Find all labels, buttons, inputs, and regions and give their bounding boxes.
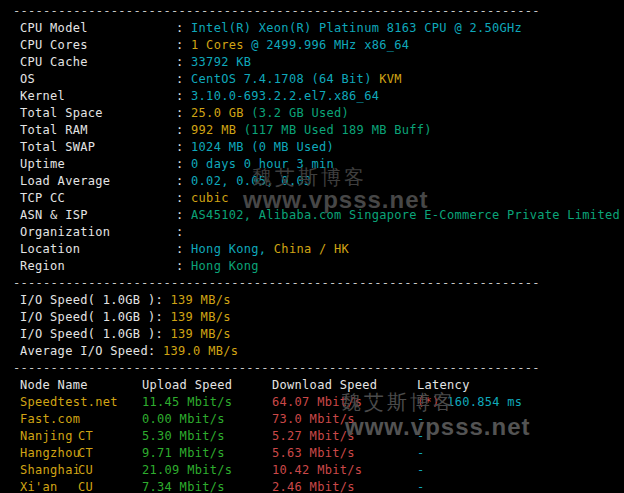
info-label: ASN & ISP: [20, 207, 176, 224]
info-row: TCP CC: cubic: [0, 190, 624, 207]
info-value-segment: AS45102, Alibaba.com Singapore E-Commerc…: [191, 208, 620, 222]
node-name: Shanghai: [20, 462, 78, 479]
separator-line: ----------------------------------------…: [0, 3, 624, 20]
info-value-segment: 992 MB: [191, 123, 244, 137]
node-carrier: CT: [78, 445, 93, 462]
colon: :: [176, 140, 191, 154]
node-cell: Xi'anCU: [20, 479, 142, 493]
info-label: Location: [20, 241, 176, 258]
colon: :: [176, 38, 191, 52]
table-row: NanjingCT5.30 Mbit/s5.27 Mbit/s-: [0, 428, 624, 445]
table-row: ShanghaiCU21.09 Mbit/s10.42 Mbit/s-: [0, 462, 624, 479]
table-row: HangzhouCT9.71 Mbit/s5.63 Mbit/s-: [0, 445, 624, 462]
info-value-segment: (117 MB Used 189 MB Buff): [244, 123, 432, 137]
upload-speed: 5.30 Mbit/s: [142, 428, 272, 445]
node-name: Xi'an: [20, 479, 78, 493]
upload-speed: 7.34 Mbit/s: [142, 479, 272, 493]
io-row: I/O Speed( 1.0GB ): 139 MB/s: [0, 292, 624, 309]
latency-cell: -: [417, 462, 425, 479]
info-value-segment: CentOS 7.4.1708 (64 Bit): [191, 72, 379, 86]
info-row: Kernel: 3.10.0-693.2.2.el7.x86_64: [0, 88, 624, 105]
colon: :: [176, 242, 191, 256]
io-row: I/O Speed( 1.0GB ): 139 MB/s: [0, 326, 624, 343]
io-label: I/O Speed( 1.0GB ): [20, 309, 155, 326]
info-value: : Hong Kong, China / HK: [176, 241, 349, 258]
info-value-segment: 0 days 0 hour 3 min: [191, 157, 334, 171]
upload-speed: 11.45 Mbit/s: [142, 394, 272, 411]
colon: :: [155, 293, 170, 307]
table-row: Fast.com0.00 Mbit/s73.0 Mbit/s-: [0, 411, 624, 428]
upload-speed: 9.71 Mbit/s: [142, 445, 272, 462]
download-speed: 64.07 Mbit/s: [272, 394, 417, 411]
info-value-segment: (3.2 GB Used): [251, 106, 349, 120]
latency-value: 160.854 ms: [447, 395, 522, 409]
info-value-segment: 0.02, 0.05, 0.03: [191, 174, 311, 188]
info-label: Region: [20, 258, 176, 275]
node-name: Speedtest.net: [20, 394, 78, 411]
system-info-section: CPU Model: Intel(R) Xeon(R) Platinum 816…: [0, 20, 624, 275]
info-row: Location: Hong Kong, China / HK: [0, 241, 624, 258]
info-label: Total SWAP: [20, 139, 176, 156]
info-row: CPU Model: Intel(R) Xeon(R) Platinum 816…: [0, 20, 624, 37]
node-cell: NanjingCT: [20, 428, 142, 445]
info-value: : 33792 KB: [176, 54, 251, 71]
colon: :: [176, 89, 191, 103]
colon: :: [176, 106, 191, 120]
info-value: : 1024 MB (0 MB Used): [176, 139, 334, 156]
info-value-segment: 1024 MB (0 MB Used): [191, 140, 334, 154]
info-value: :: [176, 224, 191, 241]
node-name: Nanjing: [20, 428, 78, 445]
info-value: : CentOS 7.4.1708 (64 Bit) KVM: [176, 71, 402, 88]
node-cell: ShanghaiCU: [20, 462, 142, 479]
info-label: OS: [20, 71, 176, 88]
separator-line: ----------------------------------------…: [0, 360, 624, 377]
latency-value: -: [417, 446, 425, 460]
colon: :: [176, 21, 191, 35]
info-value-segment: Intel(R) Xeon(R) Platinum 8163 CPU @ 2.5…: [191, 21, 522, 35]
info-row: Load Average: 0.02, 0.05, 0.03: [0, 173, 624, 190]
info-row: Total RAM: 992 MB (117 MB Used 189 MB Bu…: [0, 122, 624, 139]
colon: :: [176, 259, 191, 273]
latency-cell: -: [417, 479, 425, 493]
colon: :: [176, 208, 191, 222]
io-value: : 139 MB/s: [155, 292, 230, 309]
download-speed: 2.46 Mbit/s: [272, 479, 417, 493]
info-label: Uptime: [20, 156, 176, 173]
info-row: Uptime: 0 days 0 hour 3 min: [0, 156, 624, 173]
info-row: Region: Hong Kong: [0, 258, 624, 275]
info-row: ASN & ISP: AS45102, Alibaba.com Singapor…: [0, 207, 624, 224]
info-value: : 1 Cores @ 2499.996 MHz x86_64: [176, 37, 409, 54]
info-row: Organization:: [0, 224, 624, 241]
download-speed: 5.63 Mbit/s: [272, 445, 417, 462]
info-value: : 25.0 GB (3.2 GB Used): [176, 105, 349, 122]
latency-header: Latency: [417, 377, 470, 394]
speedtest-table-body: Speedtest.net11.45 Mbit/s64.07 Mbit/s(*)…: [0, 394, 624, 493]
info-value: : 3.10.0-693.2.2.el7.x86_64: [176, 88, 379, 105]
io-row: Average I/O Speed: 139.0 MB/s: [0, 343, 624, 360]
download-speed: 10.42 Mbit/s: [272, 462, 417, 479]
info-value-segment: 3.10.0-693.2.2.el7.x86_64: [191, 89, 379, 103]
info-value: : 0 days 0 hour 3 min: [176, 156, 334, 173]
latency-cell: -: [417, 411, 425, 428]
io-speed-value: 139 MB/s: [171, 310, 231, 324]
speedtest-table-header: Node Name Upload Speed Download Speed La…: [0, 377, 624, 394]
latency-cell: -: [417, 445, 425, 462]
latency-mark: (*): [417, 395, 447, 409]
info-label: CPU Cache: [20, 54, 176, 71]
info-value-segment: China / HK: [274, 242, 349, 256]
colon: :: [176, 191, 191, 205]
info-value-segment: Hong Kong: [191, 259, 259, 273]
download-speed-header: Download Speed: [272, 377, 417, 394]
colon: :: [176, 174, 191, 188]
terminal-window[interactable]: ----------------------------------------…: [0, 0, 624, 493]
node-name: Fast.com: [20, 411, 78, 428]
info-value: : cubic: [176, 190, 229, 207]
upload-speed: 21.09 Mbit/s: [142, 462, 272, 479]
node-carrier: CT: [78, 428, 93, 445]
info-label: CPU Model: [20, 20, 176, 37]
node-cell: Fast.com: [20, 411, 142, 428]
info-value: : Intel(R) Xeon(R) Platinum 8163 CPU @ 2…: [176, 20, 522, 37]
upload-speed: 0.00 Mbit/s: [142, 411, 272, 428]
colon: :: [176, 157, 191, 171]
download-speed: 5.27 Mbit/s: [272, 428, 417, 445]
